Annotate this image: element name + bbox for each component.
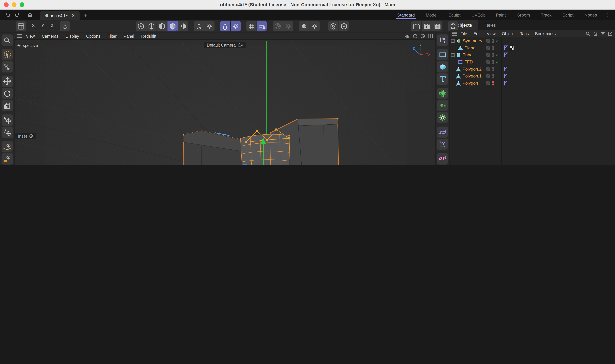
- tab-takes[interactable]: Takes: [478, 20, 502, 30]
- layer-color-toggle[interactable]: [486, 81, 490, 85]
- snap-settings-gear-icon[interactable]: [231, 21, 241, 31]
- transform-tool-icon[interactable]: [1, 115, 13, 126]
- spline-pen-tool-icon[interactable]: [1, 141, 13, 153]
- subdivision-generator-icon[interactable]: [437, 88, 448, 99]
- enabled-check-icon[interactable]: ✓: [496, 52, 499, 57]
- tab-script[interactable]: Script: [557, 10, 579, 20]
- viewport-menu-icon[interactable]: [17, 34, 22, 38]
- spline-primitives-icon[interactable]: [437, 49, 448, 60]
- spline-generator-icon[interactable]: [437, 35, 448, 46]
- tab-track[interactable]: Track: [535, 10, 557, 20]
- auto-mode-icon[interactable]: A: [339, 21, 349, 31]
- tree-row-plane[interactable]: Plane: [450, 44, 615, 51]
- tree-row-polygon1[interactable]: Polygon.1: [450, 73, 615, 80]
- axis-mode-icon[interactable]: [178, 21, 188, 31]
- field-force-icon[interactable]: [437, 139, 448, 150]
- tab-sculpt[interactable]: Sculpt: [443, 10, 466, 20]
- mograph-cloner-icon[interactable]: [437, 112, 448, 124]
- new-tab-button[interactable]: +: [80, 10, 91, 20]
- object-name[interactable]: Polygon.1: [463, 74, 482, 78]
- phong-tag-icon[interactable]: [504, 52, 508, 57]
- isolate-object-icon[interactable]: [328, 21, 339, 31]
- tab-standard[interactable]: Standard: [392, 10, 420, 20]
- objects-menu-view[interactable]: View: [484, 31, 499, 36]
- objects-menu-icon[interactable]: [452, 31, 457, 35]
- collapse-toggle-icon[interactable]: −: [451, 53, 455, 57]
- menu-redshift[interactable]: Redshift: [138, 34, 160, 39]
- objects-search-icon[interactable]: [586, 31, 590, 36]
- layer-color-toggle[interactable]: [486, 60, 490, 64]
- instance-link-icon[interactable]: [437, 153, 448, 165]
- menu-cameras[interactable]: Cameras: [38, 34, 62, 39]
- rotate-tool-icon[interactable]: [1, 88, 13, 99]
- symmetry-gear-icon[interactable]: [309, 21, 320, 31]
- edges-mode-icon[interactable]: [146, 21, 156, 31]
- 3d-viewport[interactable]: Perspective Default Camera Inset: [14, 39, 435, 165]
- layer-color-toggle[interactable]: [486, 74, 490, 78]
- y-axis-lock-button[interactable]: Y: [39, 21, 47, 31]
- redo-icon[interactable]: [13, 10, 22, 20]
- viewport-layout-icon[interactable]: [16, 21, 26, 31]
- tree-row-polygon[interactable]: Polygon: [450, 79, 615, 87]
- quantize-grid-lock-icon[interactable]: [257, 21, 267, 31]
- layer-color-toggle[interactable]: [486, 67, 490, 71]
- grid-icon[interactable]: [246, 21, 256, 31]
- visibility-dots[interactable]: [492, 67, 494, 71]
- visibility-dots-hidden[interactable]: [492, 81, 494, 85]
- tab-paint[interactable]: Paint: [491, 10, 511, 20]
- orbit-icon[interactable]: [413, 34, 417, 39]
- workplane-icon[interactable]: [194, 21, 204, 31]
- objects-menu-object[interactable]: Object: [499, 31, 517, 36]
- object-name[interactable]: Polygon: [463, 81, 478, 85]
- menu-panel[interactable]: Panel: [120, 34, 138, 39]
- menu-display[interactable]: Display: [62, 34, 83, 39]
- tweak-tool-icon[interactable]: [1, 61, 13, 73]
- object-name[interactable]: Polygon.2: [463, 67, 482, 71]
- toggle-views-icon[interactable]: [428, 34, 433, 39]
- home-icon[interactable]: [25, 10, 35, 20]
- phong-tag-icon[interactable]: [504, 73, 508, 78]
- render-settings-icon[interactable]: [432, 21, 442, 31]
- modeling-settings-icon[interactable]: [273, 21, 283, 31]
- axis-orientation-gizmo[interactable]: Y Z X: [412, 44, 430, 57]
- enabled-check-icon[interactable]: ✓: [496, 38, 499, 43]
- symmetry-tool-icon[interactable]: [299, 21, 309, 31]
- volume-builder-icon[interactable]: [437, 100, 448, 111]
- texture-tag-icon[interactable]: [509, 45, 514, 51]
- polygon-pen-tool-icon[interactable]: [1, 153, 13, 165]
- live-selection-tool-icon[interactable]: [1, 49, 13, 60]
- scale-tool-icon[interactable]: [1, 100, 13, 111]
- visibility-dots[interactable]: [492, 52, 494, 57]
- menu-filter[interactable]: Filter: [104, 34, 120, 39]
- available-tools-icon[interactable]: [1, 127, 13, 138]
- camera-selector[interactable]: Default Camera: [204, 42, 246, 48]
- objects-menu-tags[interactable]: Tags: [517, 31, 532, 36]
- render-picture-viewer-icon[interactable]: [422, 21, 432, 31]
- move-tool-icon[interactable]: [1, 76, 13, 87]
- tab-model[interactable]: Model: [420, 10, 443, 20]
- workplane-settings-gear-icon[interactable]: [204, 21, 214, 31]
- inset-tool-hint[interactable]: Inset: [15, 133, 36, 139]
- workspace-overflow-icon[interactable]: ⋮: [602, 12, 612, 18]
- tab-nodes[interactable]: Nodes: [579, 10, 602, 20]
- tree-row-polygon2[interactable]: Polygon.2: [450, 65, 615, 73]
- object-name[interactable]: Plane: [465, 46, 476, 50]
- object-name[interactable]: Tube: [463, 52, 472, 57]
- enabled-check-icon[interactable]: ✓: [496, 59, 499, 65]
- objects-filter-icon[interactable]: [601, 31, 605, 36]
- primitive-cube-icon[interactable]: [437, 61, 448, 73]
- visibility-dots[interactable]: [492, 60, 494, 64]
- visibility-dots[interactable]: [492, 74, 494, 78]
- tab-uvedit[interactable]: UVEdit: [466, 10, 491, 20]
- modeling-gear-icon[interactable]: [283, 21, 293, 31]
- tree-row-symmetry[interactable]: − Symmetry ✓: [450, 37, 615, 44]
- undo-icon[interactable]: [3, 10, 13, 20]
- layer-color-toggle[interactable]: [486, 53, 490, 57]
- visibility-dots[interactable]: [492, 39, 494, 43]
- layer-color-toggle[interactable]: [486, 46, 490, 50]
- zoom-tool-icon[interactable]: [1, 35, 13, 46]
- phong-tag-icon[interactable]: [504, 45, 508, 51]
- objects-detach-icon[interactable]: [608, 31, 613, 36]
- points-mode-icon[interactable]: [136, 21, 146, 31]
- close-tab-icon[interactable]: ✕: [72, 13, 75, 18]
